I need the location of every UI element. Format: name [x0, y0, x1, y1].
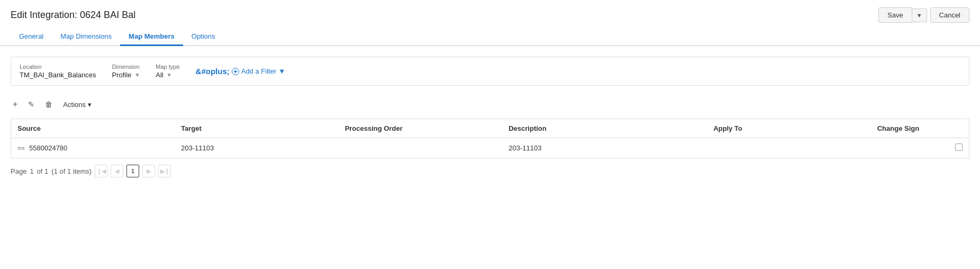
- table-row[interactable]: == 5580024780 203-11103 203-11103: [11, 138, 969, 158]
- description-cell: 203-11103: [502, 138, 707, 158]
- data-table: Source Target Processing Order Descripti…: [11, 119, 969, 158]
- toolbar: + ✎ 🗑 Actions ▾: [11, 94, 969, 114]
- tab-general[interactable]: General: [11, 28, 52, 46]
- page-title: Edit Integration: 0624 BAI Bal: [11, 10, 135, 21]
- add-row-button[interactable]: +: [11, 98, 20, 110]
- header-actions: Save ▼ Cancel: [878, 7, 969, 23]
- actions-button[interactable]: Actions ▾: [61, 100, 94, 110]
- tab-map-members[interactable]: Map Members: [120, 28, 183, 46]
- processing-order-cell: [339, 138, 503, 158]
- main-content: Location TM_BAI_Bank_Balances Dimension …: [0, 46, 980, 188]
- page-header: Edit Integration: 0624 BAI Bal Save ▼ Ca…: [0, 0, 980, 28]
- change-sign-cell: [871, 138, 969, 158]
- filter-row: Location TM_BAI_Bank_Balances Dimension …: [11, 57, 969, 86]
- source-cell: == 5580024780: [11, 138, 175, 158]
- tabs-bar: General Map Dimensions Map Members Optio…: [0, 28, 980, 46]
- map-type-filter: Map type All ▼: [156, 64, 179, 79]
- col-header-apply: Apply To: [707, 119, 871, 138]
- edit-icon: ✎: [28, 100, 34, 109]
- first-page-button[interactable]: ❙◀: [95, 165, 107, 177]
- col-header-target: Target: [175, 119, 339, 138]
- actions-label: Actions: [63, 101, 86, 109]
- map-type-arrow-icon: ▼: [167, 72, 172, 78]
- source-value: 5580024780: [29, 144, 67, 152]
- delete-row-button[interactable]: 🗑: [43, 99, 55, 110]
- table-header-row: Source Target Processing Order Descripti…: [11, 119, 969, 138]
- dimension-arrow-icon: ▼: [134, 72, 140, 78]
- items-label: (1 of 1 items): [51, 167, 92, 175]
- add-filter-arrow-icon: ▼: [278, 67, 285, 75]
- prev-page-button[interactable]: ◀: [111, 165, 123, 177]
- dimension-label: Dimension: [112, 64, 140, 70]
- tab-options[interactable]: Options: [183, 28, 224, 46]
- col-header-processing: Processing Order: [339, 119, 503, 138]
- next-page-button[interactable]: ▶: [142, 165, 155, 177]
- location-value: TM_BAI_Bank_Balances: [20, 71, 96, 79]
- location-filter: Location TM_BAI_Bank_Balances: [20, 64, 96, 79]
- plus-circle-icon: [232, 68, 239, 75]
- apply-to-cell: [707, 138, 871, 158]
- col-header-source: Source: [11, 119, 175, 138]
- dimension-value: Profile: [112, 71, 132, 79]
- current-page: 1: [30, 167, 33, 175]
- target-cell: 203-11103: [175, 138, 339, 158]
- source-operator: ==: [17, 145, 25, 152]
- col-header-change-sign: Change Sign: [871, 119, 969, 138]
- col-header-description: Description: [502, 119, 707, 138]
- add-icon: +: [13, 100, 17, 109]
- edit-row-button[interactable]: ✎: [26, 99, 37, 110]
- last-page-button[interactable]: ▶❙: [158, 165, 171, 177]
- dimension-select[interactable]: Profile ▼: [112, 71, 140, 79]
- map-type-value: All: [156, 71, 163, 79]
- save-dropdown-button[interactable]: ▼: [912, 8, 927, 22]
- add-filter-plus-icon: &#oplus;: [196, 67, 230, 76]
- location-label: Location: [20, 64, 96, 70]
- page-number-button[interactable]: 1: [126, 165, 139, 177]
- dimension-filter: Dimension Profile ▼: [112, 64, 140, 79]
- add-filter-button[interactable]: &#oplus; Add a Filter ▼: [196, 67, 286, 76]
- save-button[interactable]: Save: [878, 7, 912, 23]
- actions-arrow-icon: ▾: [88, 101, 92, 109]
- cancel-button[interactable]: Cancel: [930, 7, 969, 23]
- map-type-select[interactable]: All ▼: [156, 71, 179, 79]
- add-filter-label: Add a Filter: [241, 67, 276, 75]
- pagination: Page 1 of 1 (1 of 1 items) ❙◀ ◀ 1 ▶ ▶❙: [11, 158, 969, 177]
- map-type-label: Map type: [156, 64, 179, 70]
- delete-icon: 🗑: [45, 100, 52, 109]
- of-label: of 1: [37, 167, 49, 175]
- page-label: Page: [11, 167, 26, 175]
- tab-map-dimensions[interactable]: Map Dimensions: [52, 28, 120, 46]
- change-sign-checkbox[interactable]: [955, 144, 963, 151]
